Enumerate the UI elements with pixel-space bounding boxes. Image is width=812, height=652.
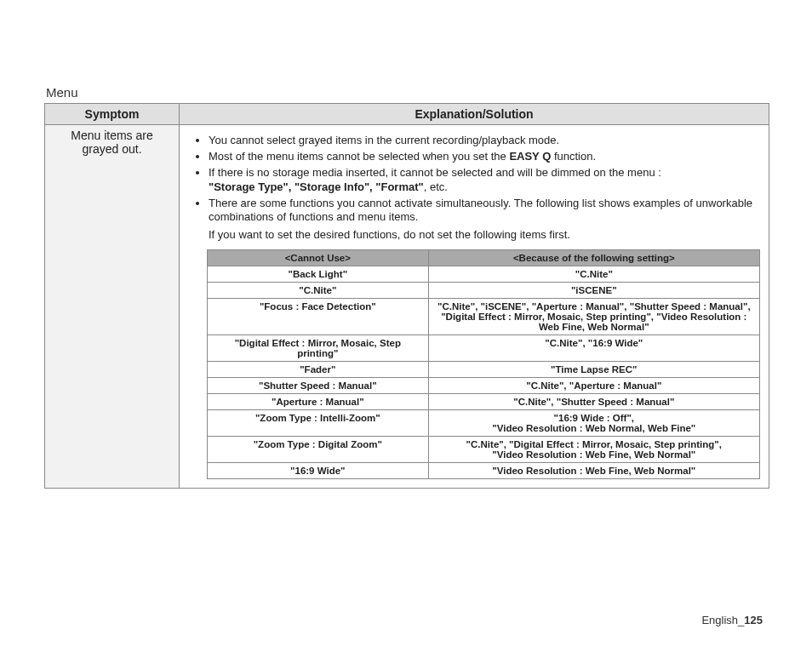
combination-row: "Shutter Speed : Manual""C.Nite", "Apert… (208, 378, 760, 394)
col-header-explanation: Explanation/Solution (180, 104, 769, 125)
bullet-2: Most of the menu items cannot be selecte… (209, 150, 760, 164)
cannot-use-cell: "Digital Effect : Mirror, Mosaic, Step p… (208, 335, 429, 362)
combination-row: "16:9 Wide""Video Resolution : Web Fine,… (208, 463, 760, 479)
bullet-list: You cannot select grayed items in the cu… (197, 134, 760, 225)
because-setting-cell: "C.Nite" (428, 266, 759, 283)
explanation-cell: You cannot select grayed items in the cu… (180, 125, 769, 489)
cannot-use-cell: "Fader" (208, 362, 429, 378)
page-footer: English_125 (701, 614, 763, 626)
because-setting-cell: "Video Resolution : Web Fine, Web Normal… (428, 463, 759, 479)
bullet-3: If there is no storage media inserted, i… (209, 166, 760, 195)
combination-row: "Aperture : Manual""C.Nite", "Shutter Sp… (208, 394, 760, 410)
because-setting-cell: "iSCENE" (428, 283, 759, 299)
bullet-4: There are some functions you cannot acti… (209, 197, 760, 226)
cannot-use-cell: "C.Nite" (208, 283, 429, 299)
document-page: Menu Symptom Explanation/Solution Menu i… (0, 0, 812, 652)
because-setting-cell: "Time Lapse REC" (428, 362, 759, 378)
symptom-cell: Menu items are grayed out. (45, 125, 180, 489)
combination-row: "Focus : Face Detection""C.Nite", "iSCEN… (208, 299, 760, 335)
because-setting-cell: "C.Nite", "Aperture : Manual" (428, 378, 759, 394)
inner-header-left: <Cannot Use> (208, 250, 429, 266)
combinations-table: <Cannot Use> <Because of the following s… (207, 249, 760, 479)
footer-page-number: 125 (744, 614, 763, 626)
combination-row: "Zoom Type : Intelli-Zoom""16:9 Wide : O… (208, 410, 760, 437)
cannot-use-cell: "Aperture : Manual" (208, 394, 429, 410)
because-setting-cell: "16:9 Wide : Off","Video Resolution : We… (428, 410, 759, 437)
bullet-1: You cannot select grayed items in the cu… (209, 134, 760, 148)
combination-row: "Fader""Time Lapse REC" (208, 362, 760, 378)
because-setting-cell: "C.Nite", "iSCENE", "Aperture : Manual",… (428, 299, 759, 335)
combination-row: "Back Light""C.Nite" (208, 266, 760, 283)
col-header-symptom: Symptom (45, 104, 180, 125)
combination-row: "Zoom Type : Digital Zoom""C.Nite", "Dig… (208, 437, 760, 463)
because-setting-cell: "C.Nite", "16:9 Wide" (428, 335, 759, 362)
combination-row: "C.Nite""iSCENE" (208, 283, 760, 299)
cannot-use-cell: "Focus : Face Detection" (208, 299, 429, 335)
plain-line: If you want to set the desired functions… (209, 228, 760, 243)
troubleshooting-table: Symptom Explanation/Solution Menu items … (44, 103, 769, 489)
cannot-use-cell: "16:9 Wide" (208, 463, 429, 479)
because-setting-cell: "C.Nite", "Shutter Speed : Manual" (428, 394, 759, 410)
header-row: Symptom Explanation/Solution (45, 104, 769, 125)
section-title: Menu (46, 85, 769, 100)
because-setting-cell: "C.Nite", "Digital Effect : Mirror, Mosa… (428, 437, 759, 463)
combination-row: "Digital Effect : Mirror, Mosaic, Step p… (208, 335, 760, 362)
cannot-use-cell: "Zoom Type : Digital Zoom" (208, 437, 429, 463)
cannot-use-cell: "Zoom Type : Intelli-Zoom" (208, 410, 429, 437)
inner-header-right: <Because of the following setting> (428, 250, 759, 266)
body-row: Menu items are grayed out. You cannot se… (45, 125, 769, 489)
cannot-use-cell: "Back Light" (208, 266, 429, 283)
footer-lang: English_ (701, 614, 744, 626)
cannot-use-cell: "Shutter Speed : Manual" (208, 378, 429, 394)
